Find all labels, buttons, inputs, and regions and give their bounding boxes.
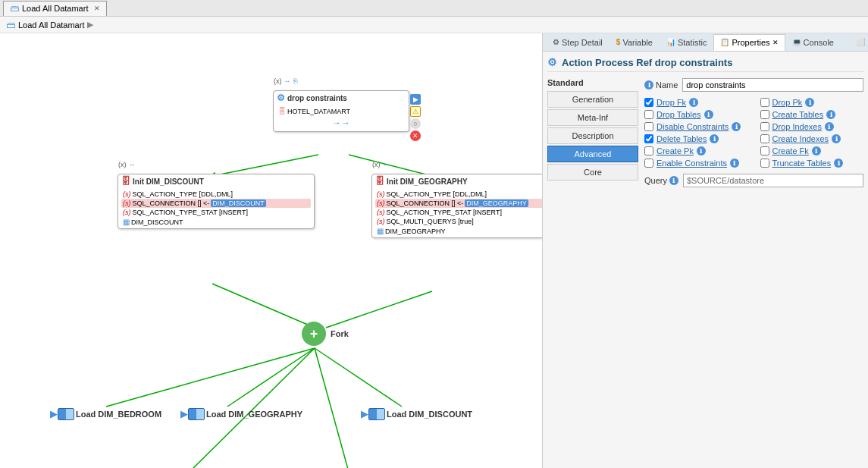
statistic-icon: 📊 bbox=[666, 38, 675, 46]
truncate-tables-link[interactable]: Truncate Tables bbox=[772, 159, 832, 168]
row-sql-conn-geo: (s) SQL_CONNECTION [] <- DIM_GEOGRAPHY bbox=[375, 199, 542, 208]
tab-console-label: Console bbox=[804, 38, 834, 47]
drop-indexes-link[interactable]: Drop Indexes bbox=[772, 122, 822, 131]
node-warn-icon: ⚠ bbox=[410, 106, 421, 117]
load-geography[interactable]: ▶ Load DIM_GEOGRAPHY bbox=[182, 407, 302, 422]
node-row-hotel: 🗄 HOTEL_DATAMART bbox=[277, 106, 406, 116]
tab-properties-label: Properties bbox=[732, 38, 769, 47]
table-icon-geo: ▦ bbox=[377, 227, 384, 235]
node-drop-constraints[interactable]: (x) ↔ ⎘ ▶ ⚠ ○ ✕ ⚙ drop constraints 🗄 HOT… bbox=[273, 90, 409, 132]
panel-expand-button[interactable]: ⬜ bbox=[856, 38, 865, 46]
checkbox-disable-constraints-input[interactable] bbox=[644, 122, 653, 131]
checkbox-create-pk: Create Pk ℹ bbox=[644, 146, 748, 155]
delete-tables-link[interactable]: Delete Tables bbox=[656, 134, 707, 143]
checkbox-enable-constraints: Enable Constraints ℹ bbox=[644, 159, 748, 168]
node-play-icon[interactable]: ▶ bbox=[410, 94, 421, 105]
query-input[interactable] bbox=[683, 174, 863, 187]
node-stop-icon: ○ bbox=[410, 118, 421, 129]
row-sql-stat-discount: (s) SQL_ACTION_TYPE_STAT [INSERT] bbox=[121, 208, 311, 217]
tab-statistic-label: Statistic bbox=[678, 38, 707, 47]
drop-tables-info: ℹ bbox=[704, 110, 713, 119]
create-indexes-info: ℹ bbox=[832, 134, 841, 143]
name-row: ℹ Name bbox=[644, 78, 863, 92]
load-bedroom[interactable]: ▶ Load DIM_BEDROOM bbox=[52, 407, 161, 422]
truncate-tables-info: ℹ bbox=[834, 159, 843, 168]
drop-pk-link[interactable]: Drop Pk bbox=[772, 98, 803, 107]
node-error-icon: ✕ bbox=[410, 130, 421, 141]
row-sql-conn-discount: (s) SQL_CONNECTION [] <- DIM_DISCOUNT bbox=[121, 199, 311, 208]
load-discount[interactable]: ▶ Load DIM_DISCOUNT bbox=[362, 407, 472, 422]
checkbox-create-fk-input[interactable] bbox=[760, 146, 769, 155]
svg-line-4 bbox=[106, 348, 315, 407]
panel-content: ⚙ Action Process Ref drop constraints St… bbox=[543, 52, 868, 468]
create-tables-link[interactable]: Create Tables bbox=[772, 110, 824, 119]
node-label-init-geography: Init DIM_GEOGRAPHY bbox=[387, 177, 468, 186]
checkbox-create-fk: Create Fk ℹ bbox=[760, 146, 864, 155]
node-init-dim-geography[interactable]: (x) ↔ 🗄 Init DIM_GEOGRAPHY (s) SQL_ACTIO… bbox=[371, 174, 542, 238]
create-indexes-link[interactable]: Create Indexes bbox=[772, 134, 829, 143]
create-fk-link[interactable]: Create Fk bbox=[772, 146, 809, 155]
checkbox-drop-fk-input[interactable] bbox=[644, 98, 653, 107]
btn-advanced[interactable]: Advanced bbox=[547, 146, 638, 162]
row-sql-action-geo: (s) SQL_ACTION_TYPE [DDL,DML] bbox=[375, 190, 542, 199]
drop-tables-link[interactable]: Drop Tables bbox=[656, 110, 701, 119]
checkbox-truncate-tables-input[interactable] bbox=[760, 159, 769, 168]
node-label-init-discount: Init DIM_DISCOUNT bbox=[133, 177, 204, 186]
properties-close[interactable]: ✕ bbox=[772, 39, 779, 46]
checkbox-drop-pk-input[interactable] bbox=[760, 98, 769, 107]
tab-close-button[interactable]: ✕ bbox=[94, 5, 100, 12]
disable-constraints-info: ℹ bbox=[732, 122, 741, 131]
btn-core[interactable]: Core bbox=[547, 164, 638, 181]
create-fk-info: ℹ bbox=[812, 146, 821, 155]
checkbox-drop-indexes: Drop Indexes ℹ bbox=[760, 122, 864, 131]
checkbox-enable-constraints-input[interactable] bbox=[644, 159, 653, 168]
checkbox-drop-fk: Drop Fk ℹ bbox=[644, 98, 748, 107]
checkbox-drop-indexes-input[interactable] bbox=[760, 122, 769, 131]
canvas-area[interactable]: (x) ↔ ⎘ ▶ ⚠ ○ ✕ ⚙ drop constraints 🗄 HOT… bbox=[0, 33, 542, 468]
enable-constraints-link[interactable]: Enable Constraints bbox=[656, 159, 727, 168]
step-detail-icon: ⚙ bbox=[553, 38, 559, 46]
db-icon: 🗄 bbox=[278, 107, 286, 115]
fork-node[interactable]: + Fork bbox=[302, 322, 349, 346]
tab-console[interactable]: 💻 Console bbox=[785, 34, 841, 51]
node-init-dim-discount[interactable]: (x) ↔ 🗄 Init DIM_DISCOUNT (s) SQL_ACTION… bbox=[118, 174, 315, 229]
checkbox-disable-constraints: Disable Constraints ℹ bbox=[644, 122, 748, 131]
disable-constraints-link[interactable]: Disable Constraints bbox=[656, 122, 729, 131]
btn-description[interactable]: Description bbox=[547, 127, 638, 144]
breadcrumb-datamart-icon: 🗃 bbox=[6, 20, 15, 30]
checkbox-delete-tables: Delete Tables ℹ bbox=[644, 134, 748, 143]
node-body-geography: (s) SQL_ACTION_TYPE [DDL,DML] (s) SQL_CO… bbox=[372, 188, 542, 237]
svg-line-1 bbox=[349, 155, 432, 176]
tab-properties[interactable]: 📋 Properties ✕ bbox=[713, 34, 785, 51]
tab-statistic[interactable]: 📊 Statistic bbox=[660, 34, 714, 51]
btn-generation[interactable]: Generation bbox=[547, 91, 638, 108]
checkbox-delete-tables-input[interactable] bbox=[644, 134, 653, 143]
drop-fk-link[interactable]: Drop Fk bbox=[656, 98, 686, 107]
query-label: Query ℹ bbox=[644, 176, 678, 185]
fork-label: Fork bbox=[331, 329, 349, 338]
checkbox-create-indexes: Create Indexes ℹ bbox=[760, 134, 864, 143]
svg-line-6 bbox=[315, 348, 402, 407]
name-input[interactable] bbox=[682, 78, 863, 92]
tab-load-all-datamart[interactable]: 🗃 Load All Datamart ✕ bbox=[3, 1, 107, 16]
props-sidebar: Standard Generation Meta-Inf Description… bbox=[547, 78, 638, 187]
svg-line-0 bbox=[212, 155, 318, 176]
breadcrumb: 🗃 Load All Datamart ▶ bbox=[0, 17, 868, 33]
btn-meta-inf[interactable]: Meta-Inf bbox=[547, 109, 638, 126]
name-label: ℹ Name bbox=[644, 80, 678, 90]
checkbox-create-pk-input[interactable] bbox=[644, 146, 653, 155]
standard-label: Standard bbox=[547, 78, 638, 87]
breadcrumb-arrow: ▶ bbox=[87, 20, 93, 30]
load-discount-label: Load DIM_DISCOUNT bbox=[387, 410, 472, 419]
create-pk-link[interactable]: Create Pk bbox=[656, 146, 694, 155]
console-icon: 💻 bbox=[792, 38, 801, 46]
name-info-icon: ℹ bbox=[644, 80, 653, 90]
tab-variable[interactable]: $ Variable bbox=[609, 34, 660, 51]
properties-icon: 📋 bbox=[720, 38, 729, 46]
tab-variable-label: Variable bbox=[622, 38, 653, 47]
tab-step-detail[interactable]: ⚙ Step Detail bbox=[546, 34, 609, 51]
checkbox-create-indexes-input[interactable] bbox=[760, 134, 769, 143]
checkbox-drop-tables-input[interactable] bbox=[644, 110, 653, 119]
checkbox-create-tables-input[interactable] bbox=[760, 110, 769, 119]
drop-pk-info: ℹ bbox=[805, 98, 814, 107]
